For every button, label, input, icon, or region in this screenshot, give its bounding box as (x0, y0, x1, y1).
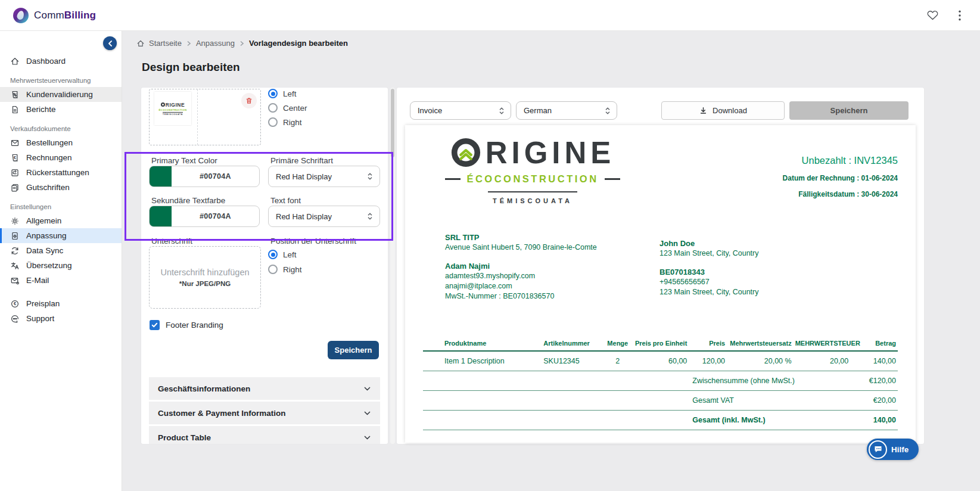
breadcrumb-startseite[interactable]: Startseite (149, 39, 182, 48)
table-header-row: Produktname Artikelnummer Menge Preis pr… (423, 335, 898, 351)
invoice-date: Datum der Rechnung : 01-06-2024 (783, 174, 898, 182)
buyer-address-block: John Doe 123 Main Street, City, Country … (659, 238, 759, 297)
sidebar-item-label: Rückerstattungen (26, 168, 89, 177)
sidebar-item-pricing-plan[interactable]: € Preisplan (0, 296, 122, 311)
form-save-button[interactable]: Speichern (328, 341, 379, 359)
secondary-color-field[interactable]: #00704A (149, 206, 260, 227)
cell-quantity: 2 (603, 351, 632, 371)
signature-left-radio[interactable]: Left (268, 250, 297, 259)
sidebar-item-label: Support (26, 314, 54, 323)
sidebar-item-label: Anpassung (26, 231, 67, 240)
accordion-business-information[interactable]: Geschäftsinformationen (149, 377, 380, 400)
sidebar-collapse-button[interactable] (103, 36, 117, 50)
updown-icon (366, 172, 374, 181)
sidebar-item-orders[interactable]: Bestellungen (0, 135, 122, 150)
pricing-plan-icon: € (10, 299, 20, 309)
logo-align-center-radio[interactable]: Center (268, 103, 307, 113)
sidebar-item-reports[interactable]: Berichte (0, 102, 122, 117)
col-header: Mehrwertsteuersatz (727, 335, 794, 351)
sidebar-item-dashboard[interactable]: Dashboard (0, 54, 122, 69)
sidebar-item-refunds[interactable]: Rückerstattungen (0, 165, 122, 180)
secondary-color-value[interactable]: #00704A (172, 206, 259, 226)
download-button[interactable]: Download (661, 101, 785, 120)
col-header: Menge (603, 335, 632, 351)
secondary-text-color-label: Sekundäre Textfarbe (151, 196, 225, 205)
primary-color-field[interactable]: #00704A (149, 166, 260, 187)
mini-logo-word: RIGINE (166, 102, 185, 108)
footer-branding-checkbox-row[interactable]: Footer Branding (150, 320, 223, 330)
customer-validation-icon (10, 90, 20, 100)
sidebar-item-credit-notes[interactable]: Gutschriften (0, 180, 122, 195)
preview-save-button[interactable]: Speichern (789, 101, 909, 120)
language-value: German (524, 106, 604, 115)
sidebar-item-label: Rechnungen (26, 153, 72, 162)
total-label: Gesamt VAT (689, 391, 850, 411)
help-button[interactable]: Hilfe (867, 439, 919, 460)
sidebar-item-label: E-Mail (26, 276, 49, 285)
settings-gear-icon (10, 216, 20, 226)
radio-label: Left (283, 250, 297, 259)
secondary-color-swatch[interactable] (150, 206, 172, 226)
app-logo[interactable]: CommBilling (13, 8, 96, 23)
sidebar-item-email[interactable]: E-Mail (0, 273, 122, 288)
delete-logo-button[interactable] (241, 93, 257, 108)
text-font-select[interactable]: Red Hat Display (268, 206, 380, 227)
scrollbar-thumb[interactable] (391, 89, 394, 157)
panel-scrollbar[interactable] (390, 88, 395, 444)
trash-icon (245, 97, 253, 105)
sidebar-item-label: Kundenvalidierung (26, 90, 93, 99)
logo-align-left-radio[interactable]: Left (268, 89, 297, 98)
signature-upload-box[interactable]: Unterschrift hinzufügen *Nur JPEG/PNG (149, 246, 261, 309)
signature-position-label: Position der Unterschrift (270, 237, 356, 246)
logo-align-right-radio[interactable]: Right (268, 117, 302, 127)
breadcrumb-home-icon[interactable] (136, 39, 145, 48)
document-type-select[interactable]: Invoice (410, 101, 511, 120)
checkbox-checked-icon[interactable] (150, 320, 160, 330)
seller-website: adamtest93.myshopify.com (445, 271, 597, 281)
sidebar-section-settings: Einstellungen (0, 195, 122, 213)
sidebar-item-data-sync[interactable]: Data Sync (0, 243, 122, 258)
upload-divider (197, 89, 198, 145)
mini-logo-subtitle: ÉCOCONSTRUCTION (159, 108, 187, 111)
sidebar-item-support[interactable]: Support (0, 311, 122, 326)
sidebar-item-customization[interactable]: Anpassung (0, 228, 122, 243)
chevron-right-icon (239, 41, 245, 46)
accordion-customer-payment[interactable]: Customer & Payment Information (149, 402, 380, 424)
customization-icon (10, 231, 20, 241)
total-row-vat: Gesamt VAT €20,00 (423, 391, 898, 411)
sidebar-item-customer-validation[interactable]: Kundenvalidierung (0, 87, 122, 102)
buyer-address2: 123 Main Street, City, Country (659, 287, 759, 297)
sidebar-item-label: Übersetzung (26, 261, 72, 270)
col-header: Artikelnummer (542, 335, 603, 351)
logo-tagline: TÉMISCOUATA (493, 197, 573, 204)
primary-color-value[interactable]: #00704A (172, 166, 259, 187)
accordion-label: Product Table (158, 433, 211, 442)
buyer-phone: +94565656567 (659, 277, 759, 287)
seller-vat: MwSt.-Nummer : BE0701836570 (445, 291, 597, 302)
invoice-status: Unbezahlt : INV12345 (783, 155, 898, 166)
logo-upload-box[interactable]: RIGINE ÉCOCONSTRUCTION TÉMISCOUATA (149, 89, 261, 145)
col-header: Preis pro Einheit (632, 335, 689, 351)
primary-font-select[interactable]: Red Hat Display (268, 166, 380, 187)
accordion-product-table[interactable]: Product Table (149, 426, 380, 444)
logo-subtitle: ÉCOCONSTRUCTION (466, 173, 598, 185)
language-select[interactable]: German (516, 101, 617, 120)
cell-amount: 140,00 (850, 351, 898, 371)
invoice-logo: RIGINE ÉCOCONSTRUCTION TÉMISCOUATA (422, 137, 643, 204)
reports-icon (10, 105, 20, 114)
sidebar-item-translation[interactable]: Übersetzung (0, 258, 122, 273)
data-sync-icon (10, 246, 20, 256)
favorite-heart-icon[interactable] (925, 8, 939, 23)
chat-icon (869, 440, 887, 459)
origine-o-mini-icon (161, 102, 165, 107)
primary-font-value: Red Hat Display (276, 172, 366, 181)
sidebar-item-general[interactable]: Allgemein (0, 213, 122, 228)
kebab-menu-icon[interactable] (953, 8, 967, 23)
primary-color-swatch[interactable] (150, 166, 172, 187)
signature-right-radio[interactable]: Right (268, 265, 302, 274)
download-icon (699, 106, 708, 115)
buyer-vat: BE07018343 (659, 267, 759, 277)
sidebar-item-invoices[interactable]: € Rechnungen (0, 150, 122, 165)
orders-icon (10, 138, 20, 148)
breadcrumb-anpassung[interactable]: Anpassung (196, 39, 235, 48)
